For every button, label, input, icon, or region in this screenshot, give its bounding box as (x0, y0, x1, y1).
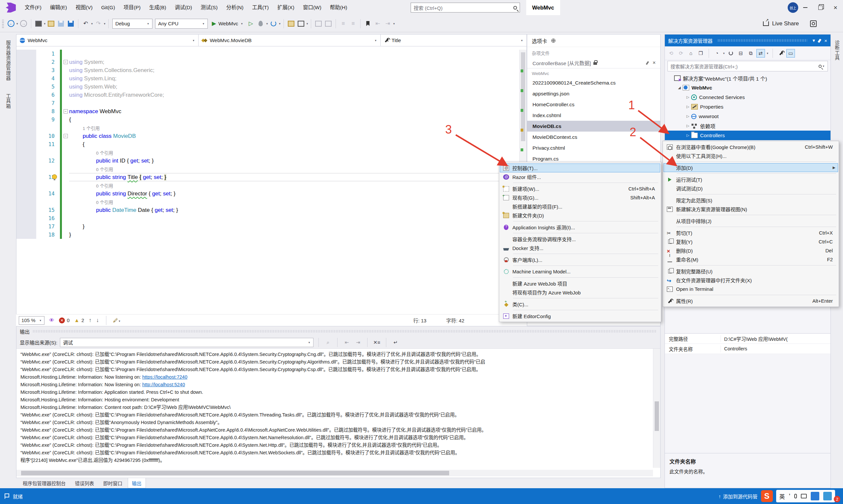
project-dropdown[interactable]: WebMvc▾ (16, 35, 199, 46)
codelens-row[interactable]: 1 个引用 (16, 124, 527, 132)
menu-item-容器业务流程协调程序支持-[interactable]: 容器业务流程协调程序支持... (500, 235, 660, 244)
code-line[interactable]: 12public int ID { get; set; } (16, 157, 527, 165)
menu-item-属性-r-[interactable]: 属性(R)Alt+Enter (664, 296, 838, 305)
menu-item-控制器-t-[interactable]: 控制器(T)... (500, 163, 660, 173)
menu-item-新搭建基架的项目-f-[interactable]: 新搭建基架的项目(F)... (500, 202, 660, 211)
codelens-row[interactable]: 0 个引用 (16, 165, 527, 173)
breakpoint-margin[interactable] (16, 58, 36, 66)
menu-item-application-insights-遥测-i-[interactable]: Application Insights 遥测(I)... (500, 223, 660, 232)
ime-tool-icon[interactable] (811, 492, 819, 500)
ime-tool2-icon[interactable] (823, 492, 832, 500)
switch-views-icon[interactable]: ❒ (696, 49, 705, 58)
document-tab[interactable]: appsettings.json (527, 88, 660, 99)
property-row[interactable]: 文件夹名称Controllers (665, 344, 830, 354)
ime-language[interactable]: 英 (779, 492, 785, 500)
toolbar-grip[interactable] (2, 19, 4, 28)
undo-icon[interactable]: ↶ (81, 18, 90, 29)
minimize-button[interactable] (797, 0, 813, 15)
code-line[interactable]: 11{ (16, 140, 527, 148)
code-line[interactable]: 8−namespace WebMvc (16, 107, 527, 115)
word-wrap-icon[interactable]: ↵ (391, 339, 400, 346)
solution-platform-select[interactable]: Any CPU▾ (155, 19, 208, 29)
sync-with-active-document-icon[interactable]: ⇄ (756, 49, 765, 58)
document-tab[interactable]: HomeController.cs (527, 99, 660, 110)
output-panel-header[interactable]: 输出 (16, 326, 660, 336)
menu-item-新建-azure-webjob-项目[interactable]: 新建 Azure WebJob 项目 (500, 279, 660, 288)
property-row[interactable]: 完整路径D:\C#学习\Web 应用\WebMV( (665, 334, 830, 344)
menu-item-类-c-[interactable]: 类(C)... (500, 300, 660, 309)
menu-item-新建解决方案资源管理器视图-n-[interactable]: 新建解决方案资源管理器视图(N) (664, 205, 838, 214)
menu-item-运行测试-t-[interactable]: 运行测试(T) (664, 175, 838, 184)
breakpoint-margin[interactable] (16, 148, 36, 157)
code-line[interactable]: 6using Microsoft.EntityFrameworkCore; (16, 91, 527, 99)
tool-window-tab[interactable]: 服务器资源管理器 (5, 36, 12, 86)
save-all-icon[interactable] (66, 18, 76, 29)
code-line[interactable]: 17} (16, 222, 527, 231)
fold-collapse-icon[interactable]: − (64, 134, 68, 138)
menubar-item[interactable]: 生成(B) (145, 0, 171, 15)
breakpoint-margin[interactable] (16, 107, 36, 115)
breakpoint-margin[interactable] (16, 157, 36, 165)
navigate-forward-icon[interactable]: → (19, 18, 29, 29)
breakpoint-margin[interactable] (16, 231, 36, 239)
breakpoint-margin[interactable] (16, 173, 36, 181)
mic-icon[interactable] (794, 494, 797, 499)
expander-icon[interactable]: ◢ (677, 86, 682, 90)
solution-configuration-select[interactable]: Debug▾ (112, 19, 153, 29)
restart-dropdown-icon[interactable]: ▾ (279, 22, 280, 25)
start-debugging-button[interactable]: ▶ WebMvc ▾ (212, 20, 243, 27)
code-line[interactable]: 1 (16, 50, 527, 58)
output-link[interactable]: http://localhost:5240 (142, 382, 185, 387)
menubar-item[interactable]: 文件(F) (20, 0, 46, 15)
output-source-select[interactable]: 调试▾ (60, 338, 313, 347)
code-line[interactable]: 9{ (16, 115, 527, 124)
menu-item-使用以下工具浏览-h-[interactable]: 使用以下工具浏览(H)... (664, 151, 838, 160)
document-tab[interactable]: ControllerBase [从元数据]× (527, 58, 660, 68)
code-line[interactable]: 3using System.Collections.Generic; (16, 66, 527, 74)
fold-margin[interactable]: − (62, 134, 69, 138)
menu-item-在文件资源管理器中打开文件夹-x-[interactable]: ↪在文件资源管理器中打开文件夹(X) (664, 276, 838, 285)
collapse-all-icon[interactable]: ⊟ (737, 49, 745, 58)
tool-window-tab[interactable]: 工具箱 (5, 89, 12, 113)
prev-issue-icon[interactable]: ↑ (89, 317, 92, 324)
breakpoint-margin[interactable] (16, 132, 36, 140)
menu-item-调试测试-d-[interactable]: 调试测试(D) (664, 184, 838, 193)
menu-item-machine-learning-model-[interactable]: Machine Learning Model... (500, 267, 660, 276)
menubar-item[interactable]: Git(G) (97, 0, 119, 15)
menu-item-新建文件夹-d-[interactable]: 新建文件夹(D) (500, 211, 660, 220)
breakpoint-margin[interactable] (16, 140, 36, 148)
redo-icon[interactable]: ↷ (93, 18, 103, 29)
menubar-item[interactable]: 工具(T) (247, 0, 273, 15)
tree-item--webmvc-1-1-[interactable]: 解决方案"WebMvc"(1 个项目/共 1 个) (665, 73, 830, 83)
new-dropdown-icon[interactable]: ▾ (44, 22, 46, 25)
menu-item-现有项-g-[interactable]: 现有项(G)...Shift+Alt+A (500, 193, 660, 202)
tree-item-controllers[interactable]: ▷Controllers (665, 131, 830, 140)
save-icon[interactable] (56, 18, 66, 29)
pending-changes-filter-icon[interactable]: ◔ (712, 49, 721, 58)
document-tab[interactable]: MovieDBContext.cs (527, 131, 660, 142)
close-icon[interactable]: × (653, 60, 656, 66)
tree-item-properties[interactable]: ▷Properties (665, 102, 830, 111)
new-project-icon[interactable] (34, 18, 44, 29)
feedback-flag-icon[interactable] (5, 493, 9, 499)
window-position-dropdown-icon[interactable]: ▾ (812, 37, 815, 43)
error-count[interactable]: ✕0 (59, 318, 69, 323)
add-to-source-control-button[interactable]: ↑ 添加到源代码管 (719, 493, 758, 500)
breakpoint-margin[interactable] (16, 198, 36, 206)
menu-item-复制-y-[interactable]: 复制(Y)Ctrl+C (664, 237, 838, 246)
panel-tab-即时窗口[interactable]: 即时窗口 (100, 478, 126, 488)
pin-icon[interactable] (646, 61, 649, 65)
expander-icon[interactable]: ▷ (685, 105, 690, 109)
output-log[interactable]: “WebMvc.exe” (CoreCLR: clrhost): 已加载“C:\… (16, 349, 653, 468)
breakpoint-margin[interactable] (16, 206, 36, 214)
breakpoint-margin[interactable] (16, 74, 36, 83)
clear-all-icon[interactable]: ✕≡ (373, 339, 381, 346)
code-line[interactable]: 2−using System; (16, 58, 527, 66)
gear-icon[interactable] (551, 38, 555, 43)
breakpoint-margin[interactable] (16, 99, 36, 107)
hot-reload-dropdown-icon[interactable]: ▾ (266, 22, 268, 25)
sogou-ime-icon[interactable]: S (761, 490, 773, 502)
menu-item-重命名-m-[interactable]: 重命名(M)F2 (664, 255, 838, 264)
properties-icon[interactable] (776, 49, 785, 58)
member-dropdown[interactable]: Title▾ (381, 35, 527, 46)
